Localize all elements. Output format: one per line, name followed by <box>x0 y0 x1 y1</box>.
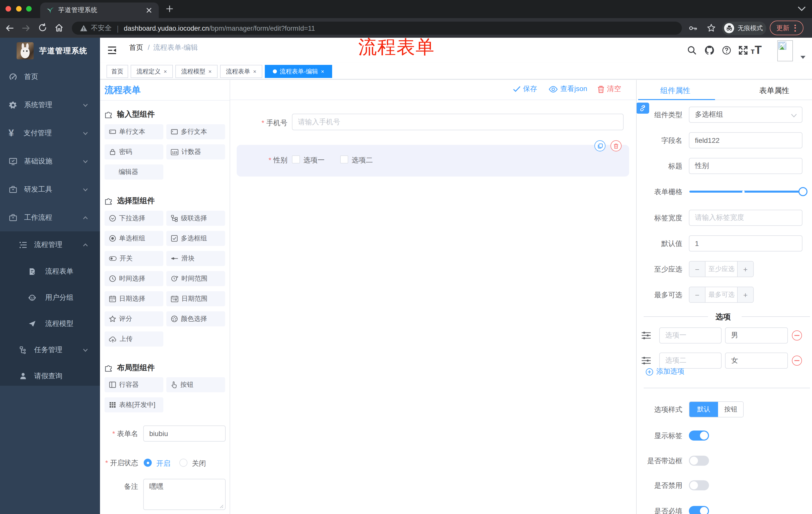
svg-text:123: 123 <box>172 151 177 154</box>
